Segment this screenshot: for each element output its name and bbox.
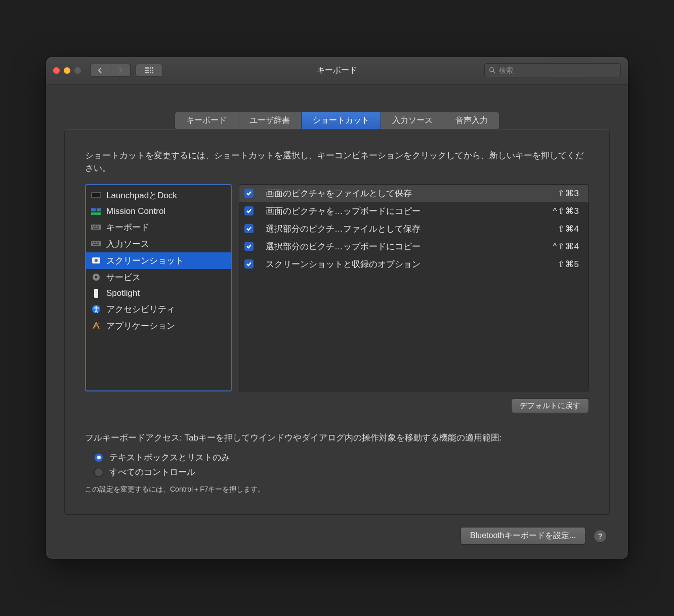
svg-point-22 [95,259,98,262]
search-field[interactable] [484,63,621,77]
svg-rect-5 [97,208,101,211]
category-label: Spotlight [106,288,140,298]
window-controls [53,67,81,74]
tab-1[interactable]: ユーザ辞書 [238,112,302,129]
shortcut-row[interactable]: 選択部分のピクチ…ファイルとして保存⇧⌘4 [239,220,588,238]
launchpad-icon [91,191,101,199]
category-item[interactable]: Mission Control [86,204,231,219]
nav-buttons [90,64,131,77]
accessibility-icon [91,305,101,313]
svg-rect-14 [91,241,101,246]
category-item[interactable]: Spotlight [86,286,231,301]
shortcut-label: 画面のピクチャを…ップボードにコピー [266,205,553,217]
svg-rect-26 [95,290,97,290]
svg-rect-17 [95,242,96,243]
svg-rect-6 [91,212,101,215]
shortcut-row[interactable]: 選択部分のピクチ…ップボードにコピー^⇧⌘4 [239,238,588,255]
back-button[interactable] [90,64,110,77]
svg-rect-9 [94,226,95,227]
close-window-button[interactable] [53,67,60,74]
svg-rect-10 [95,226,96,227]
svg-line-1 [493,71,495,73]
category-label: アクセシビリティ [106,303,175,315]
shortcut-checkbox[interactable] [244,206,254,215]
content-area: キーボードユーザ辞書ショートカット入力ソース音声入力 ショートカットを変更するに… [46,112,628,559]
category-label: サービス [106,272,141,283]
svg-rect-18 [97,242,98,243]
shortcut-keys[interactable]: ^⇧⌘4 [553,241,579,252]
tab-2[interactable]: ショートカット [302,112,381,129]
tab-0[interactable]: キーボード [175,112,238,129]
category-list[interactable]: LaunchpadとDockMission Controlキーボード入力ソースス… [85,184,232,391]
screenshot-icon [91,256,101,265]
help-button[interactable]: ? [594,530,607,543]
category-item[interactable]: キーボード [86,219,231,236]
instruction-text: ショートカットを変更するには、ショートカットを選択し、キーコンビネーションをクリ… [85,149,589,175]
forward-button[interactable] [110,64,131,77]
shortcut-checkbox[interactable] [244,242,254,251]
svg-rect-20 [93,244,99,245]
shortcut-checkbox[interactable] [244,259,254,269]
category-label: アプリケーション [106,320,175,332]
fka-radio-option[interactable]: すべてのコントロール [94,466,589,478]
svg-rect-7 [91,225,101,230]
shortcuts-panel: ショートカットを変更するには、ショートカットを選択し、キーコンビネーションをクリ… [64,129,610,515]
svg-rect-11 [97,226,98,227]
svg-rect-8 [92,226,93,227]
shortcut-checkbox[interactable] [244,189,254,198]
shortcut-keys[interactable]: ⇧⌘5 [558,259,579,270]
minimize-window-button[interactable] [64,67,70,74]
app-icon [91,322,101,330]
tab-3[interactable]: 入力ソース [381,112,444,129]
svg-point-24 [95,276,98,279]
svg-rect-16 [94,242,95,243]
shortcut-row[interactable]: スクリーンショットと収録のオプション⇧⌘5 [239,255,588,273]
shortcut-keys[interactable]: ⇧⌘3 [558,188,579,199]
tab-bar: キーボードユーザ辞書ショートカット入力ソース音声入力 [46,112,628,129]
full-keyboard-access-label: フルキーボードアクセス: Tabキーを押してウインドウやダイアログ内の操作対象を… [85,431,589,445]
svg-rect-3 [92,197,101,198]
gear-icon [91,273,101,281]
category-label: キーボード [106,222,149,233]
shortcut-row[interactable]: 画面のピクチャをファイルとして保存⇧⌘3 [239,185,588,202]
shortcut-checkbox[interactable] [244,224,254,233]
category-item[interactable]: 入力ソース [86,236,231,252]
svg-point-29 [95,306,97,308]
category-item[interactable]: サービス [86,269,231,286]
bluetooth-setup-button[interactable]: Bluetoothキーボードを設定... [460,527,585,545]
shortcut-label: スクリーンショットと収録のオプション [266,258,558,270]
radio-button[interactable] [94,453,103,462]
tab-4[interactable]: 音声入力 [444,112,499,129]
grid-icon [145,67,153,73]
radio-button[interactable] [94,468,103,477]
spotlight-icon [91,289,101,297]
svg-rect-13 [93,228,99,229]
preferences-window: キーボード キーボードユーザ辞書ショートカット入力ソース音声入力 ショートカット… [46,57,628,559]
fka-radio-option[interactable]: テキストボックスとリストのみ [94,452,589,463]
svg-rect-19 [98,242,99,243]
shortcut-keys[interactable]: ⇧⌘4 [558,224,579,234]
category-label: Mission Control [106,206,165,216]
fka-hint: この設定を変更するには、Control＋F7キーを押します。 [85,485,589,494]
fka-radio-group: テキストボックスとリストのみすべてのコントロール [94,452,589,478]
zoom-window-button[interactable] [74,67,81,74]
category-item[interactable]: アプリケーション [86,318,231,334]
titlebar: キーボード [46,57,628,84]
shortcut-list[interactable]: 画面のピクチャをファイルとして保存⇧⌘3画面のピクチャを…ップボードにコピー^⇧… [239,184,589,391]
category-item[interactable]: アクセシビリティ [86,301,231,318]
restore-defaults-button[interactable]: デフォルトに戻す [511,399,589,413]
category-label: LaunchpadとDock [106,190,177,201]
shortcut-keys[interactable]: ^⇧⌘3 [553,206,579,216]
svg-point-0 [490,68,494,72]
mission-icon [91,207,101,215]
radio-label: すべてのコントロール [109,466,195,478]
shortcut-row[interactable]: 画面のピクチャを…ップボードにコピー^⇧⌘3 [239,202,588,220]
category-item[interactable]: LaunchpadとDock [86,187,231,204]
shortcut-label: 画面のピクチャをファイルとして保存 [266,188,558,199]
category-label: スクリーンショット [106,255,184,267]
defaults-row: デフォルトに戻す [85,399,589,413]
category-item[interactable]: スクリーンショット [86,252,231,269]
show-all-button[interactable] [136,64,163,77]
search-input[interactable] [499,66,616,74]
category-label: 入力ソース [106,238,149,250]
